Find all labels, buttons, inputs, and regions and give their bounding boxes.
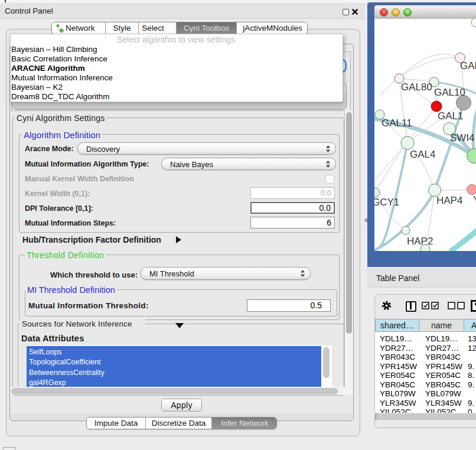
svg-text:SWI4: SWI4 [450,132,475,144]
svg-text:GAL: GAL [460,60,476,71]
svg-text:HAP2: HAP2 [407,236,433,247]
svg-text:GAL11: GAL11 [382,118,412,129]
svg-text:GAL4: GAL4 [410,149,435,160]
svg-text:HAP4: HAP4 [436,195,462,206]
svg-text:GCY1: GCY1 [374,197,399,208]
svg-text:GAL1: GAL1 [438,110,463,122]
svg-text:GAL10: GAL10 [434,87,465,98]
svg-text:Y: Y [473,194,476,206]
svg-text:GAL80: GAL80 [401,81,432,93]
